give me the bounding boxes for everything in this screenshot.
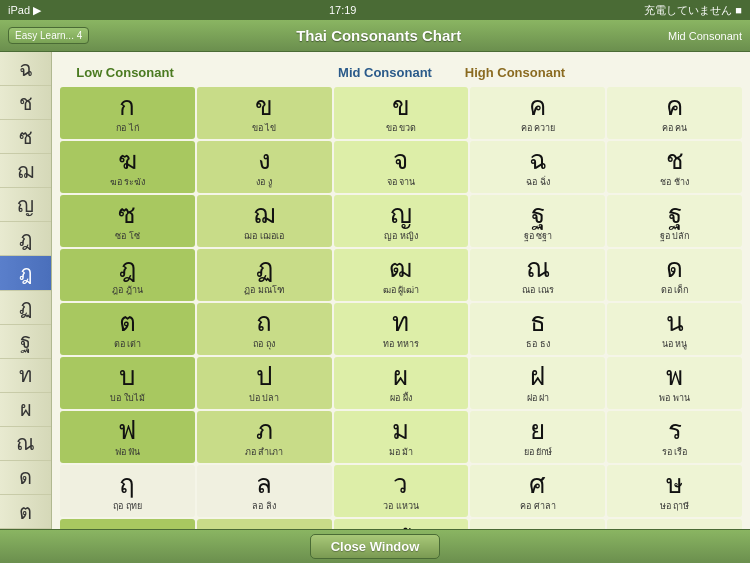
cell-label: ฐอ ซฐา — [524, 229, 553, 243]
sidebar-item[interactable]: ฏ — [0, 291, 51, 325]
chart-headers: Low Consonant Mid Consonant High Consona… — [60, 60, 742, 85]
chart-cell[interactable]: ฐฐอ ปลัก — [607, 195, 742, 247]
chart-cell[interactable]: บบอ ใบไม้ — [60, 357, 195, 409]
sidebar-item[interactable]: ด — [0, 461, 51, 495]
chart-cell[interactable]: หหอ หีบ — [197, 519, 332, 529]
cell-char: ท — [392, 309, 409, 335]
cell-char: ต — [119, 309, 136, 335]
chart-cell[interactable]: ฤฤอ ฤทย — [60, 465, 195, 517]
sidebar-item[interactable]: ต — [0, 495, 51, 529]
sidebar-item[interactable]: ช — [0, 86, 51, 120]
chart-cell[interactable]: ฐฐอ ซฐา — [470, 195, 605, 247]
cell-char: ย — [530, 417, 545, 443]
cell-char: ญ — [390, 201, 412, 227]
cell-label: ฎอ ฎ้าน — [112, 283, 143, 297]
chart-cell[interactable]: ฏฏอ มณโฑ — [197, 249, 332, 301]
sidebar-item[interactable]: ซ — [0, 120, 51, 154]
cell-char: ว — [393, 471, 408, 497]
cell-label: พอ พาน — [659, 391, 690, 405]
close-window-button[interactable]: Close Window — [310, 534, 441, 559]
chart-cell[interactable]: งงอ งู — [197, 141, 332, 193]
chart-cell[interactable]: ททอ ทหาร — [334, 303, 469, 355]
chart-cell[interactable]: ฆฆอ ระฆัง — [60, 141, 195, 193]
cell-label: กอ ไก่ — [116, 121, 139, 135]
cell-label: ขอ ไข่ — [252, 121, 277, 135]
chart-cell[interactable]: ขขอ ขวด — [334, 87, 469, 139]
col-header-low2 — [190, 60, 320, 85]
chart-cell[interactable]: มมอ ม้า — [334, 411, 469, 463]
sidebar-item[interactable]: ฌ — [0, 154, 51, 188]
chart-cell[interactable]: พพอ พาน — [607, 357, 742, 409]
sidebar-item[interactable]: ณ — [0, 427, 51, 461]
chart-cell[interactable]: ซซอ โซ่ — [60, 195, 195, 247]
chart-cell[interactable]: รรอ เรือ — [607, 411, 742, 463]
col-header-high: High Consonant — [450, 60, 580, 85]
cell-label: คอ คน — [662, 121, 688, 135]
chart-cell[interactable]: ววอ แหวน — [334, 465, 469, 517]
cell-label: ลอ ลิง — [252, 499, 276, 513]
cell-char: ฒ — [389, 255, 412, 281]
chart-cell[interactable]: กกอ ไก่ — [60, 87, 195, 139]
cell-char: ผ — [393, 363, 408, 389]
cell-char: ซ — [118, 201, 136, 227]
chart-cell[interactable]: ฌฌอ เฌอเอ — [197, 195, 332, 247]
chart-cell[interactable]: คคอ คน — [607, 87, 742, 139]
chart-cell[interactable]: ฮฮอ นกฮูก — [607, 519, 742, 529]
chart-cell[interactable]: ฝฝอ ฝา — [470, 357, 605, 409]
cell-label: ทอ ทหาร — [383, 337, 419, 351]
cell-label: ปอ ปลา — [249, 391, 280, 405]
chart-cell[interactable]: ฉฉอ ฉิ่ง — [470, 141, 605, 193]
sidebar-item[interactable]: ฎ — [0, 222, 51, 256]
chart-cell[interactable]: ฎฎอ ฎ้าน — [60, 249, 195, 301]
chart-cell[interactable]: ฟฟอ ฟัน — [60, 411, 195, 463]
chart-cell[interactable]: จจอ จาน — [334, 141, 469, 193]
cell-char: ษ — [666, 471, 683, 497]
chart-cell[interactable]: ยยอ ยักษ์ — [470, 411, 605, 463]
sidebar-item[interactable]: ท — [0, 359, 51, 393]
chart-cell[interactable]: ฬฬอ จุฬา — [334, 519, 469, 529]
chart-cell[interactable]: ธธอ ธง — [470, 303, 605, 355]
chart-cell[interactable]: ชชอ ช้าง — [607, 141, 742, 193]
sidebar-item[interactable]: ฉ — [0, 52, 51, 86]
cell-label: ฒอ ผู้เฒ่า — [383, 283, 420, 297]
chart-cell[interactable]: คคอ ควาย — [470, 87, 605, 139]
chart-cell[interactable]: ศคอ ศาลา — [470, 465, 605, 517]
chart-cell[interactable]: ขขอ ไข่ — [197, 87, 332, 139]
chart-cell[interactable]: ผผอ ผึ้ง — [334, 357, 469, 409]
chart-cell[interactable]: ษษอ ฤาษี — [607, 465, 742, 517]
chart-cell[interactable]: ณณอ เณร — [470, 249, 605, 301]
chart-container: Low Consonant Mid Consonant High Consona… — [52, 52, 750, 529]
cell-char: ฮ — [667, 525, 683, 530]
chart-cell[interactable]: ถถอ ถุง — [197, 303, 332, 355]
chart-cell[interactable]: ลลอ ลิง — [197, 465, 332, 517]
cell-label: ฝอ ฝา — [527, 391, 550, 405]
chart-cell[interactable]: อออ อ่าง — [470, 519, 605, 529]
cell-label: ซอ โซ่ — [115, 229, 140, 243]
content-area[interactable]: Low Consonant Mid Consonant High Consona… — [52, 52, 750, 529]
sidebar-item[interactable]: ญ — [0, 188, 51, 222]
cell-char: ศ — [529, 471, 546, 497]
chart-cell[interactable]: ภภอ สำเภา — [197, 411, 332, 463]
chart-cell[interactable]: ดดอ เด็ก — [607, 249, 742, 301]
cell-char: ฎ — [119, 255, 136, 281]
nav-right-button[interactable]: Mid Consonant — [668, 30, 742, 42]
cell-char: ด — [666, 255, 683, 281]
cell-label: วอ แหวน — [383, 499, 419, 513]
cell-label: ษอ ฤาษี — [660, 499, 690, 513]
cell-label: ณอ เณร — [522, 283, 554, 297]
sidebar-item[interactable]: ผ — [0, 393, 51, 427]
chart-cell[interactable]: นนอ หนู — [607, 303, 742, 355]
sidebar-item[interactable]: ฐ — [0, 325, 51, 359]
cell-char: ล — [256, 471, 272, 497]
chart-cell[interactable]: สสอ เสือ — [60, 519, 195, 529]
nav-left-button[interactable]: Easy Learn... 4 — [8, 27, 89, 44]
chart-cell[interactable]: ฒฒอ ผู้เฒ่า — [334, 249, 469, 301]
status-right: 充電していません ■ — [644, 3, 742, 18]
cell-char: ฬ — [392, 525, 410, 530]
chart-cell[interactable]: ตตอ เต่า — [60, 303, 195, 355]
chart-cell[interactable]: ปปอ ปลา — [197, 357, 332, 409]
sidebar-item-active[interactable]: ฎ — [0, 256, 51, 290]
chart-cell[interactable]: ญญอ หญิง — [334, 195, 469, 247]
cell-label: ถอ ถุง — [253, 337, 275, 351]
nav-title: Thai Consonants Chart — [89, 27, 668, 44]
